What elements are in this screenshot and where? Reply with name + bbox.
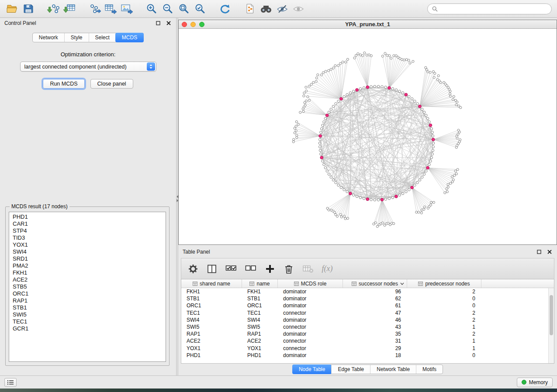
refresh-layout-icon[interactable] [218,2,232,16]
mcds-result-item[interactable]: STP4 [13,227,166,234]
close-panel-button[interactable]: Close panel [90,79,133,89]
zoom-selected-icon[interactable] [193,2,207,16]
mcds-result-item[interactable]: FKH1 [13,269,166,276]
table-row[interactable]: RAP1RAP1dominator352 [181,330,554,337]
mcds-result-item[interactable]: SWI5 [13,311,166,318]
tab-network[interactable]: Network [33,33,64,42]
close-panel-icon[interactable] [546,248,553,255]
mcds-result-item[interactable]: ACE2 [13,276,166,283]
export-table-icon[interactable] [104,2,118,16]
mcds-result-item[interactable]: SRD1 [13,255,166,262]
cell-successor-nodes[interactable]: 31 [343,338,407,344]
table-row[interactable]: STB1STB1dominator620 [181,295,554,302]
cell-successor-nodes[interactable]: 29 [343,345,407,351]
clear-table-icon[interactable] [302,263,314,275]
share-document-icon[interactable] [243,2,257,16]
run-mcds-button[interactable]: Run MCDS [43,79,84,89]
window-close-button[interactable] [182,22,187,27]
cell-shared-name[interactable]: TEC1 [181,310,242,316]
import-table-icon[interactable] [62,2,76,16]
cell-predecessor-nodes[interactable]: 1 [407,338,481,344]
table-scrollbar[interactable] [548,288,554,363]
mcds-result-item[interactable]: STB1 [13,304,166,311]
cell-shared-name[interactable]: ORC1 [181,303,242,309]
table-row[interactable]: ACE2ACE2connector311 [181,337,554,344]
export-network-icon[interactable] [87,2,101,16]
table-row[interactable]: ORC1ORC1dominator610 [181,302,554,309]
tab-select[interactable]: Select [89,33,116,42]
column-header-shared-name[interactable]: shared name [181,279,242,288]
cell-predecessor-nodes[interactable]: 0 [407,352,481,358]
cell-mcds-role[interactable]: dominator [278,289,343,295]
table-row[interactable]: TEC1TEC1connector472 [181,309,554,316]
open-file-icon[interactable] [5,2,19,16]
cell-name[interactable]: TEC1 [242,310,278,316]
zoom-in-icon[interactable] [145,2,159,16]
mcds-result-item[interactable]: PHD1 [13,213,166,220]
memory-button[interactable]: Memory [517,378,553,387]
table-row[interactable]: FKH1FKH1dominator962 [181,288,554,295]
zoom-out-icon[interactable] [161,2,175,16]
unselect-all-rows-icon[interactable] [245,263,257,275]
cell-predecessor-nodes[interactable]: 2 [407,317,481,323]
cell-mcds-role[interactable]: dominator [278,352,343,358]
search-network-icon[interactable] [259,2,273,16]
show-display-icon[interactable] [291,2,305,16]
hide-display-icon[interactable] [275,2,289,16]
cell-mcds-role[interactable]: dominator [278,303,343,309]
cell-successor-nodes[interactable]: 43 [343,324,407,330]
cell-shared-name[interactable]: PHD1 [181,352,242,358]
export-image-icon[interactable] [120,2,134,16]
mcds-result-item[interactable]: YOX1 [13,241,166,248]
mcds-result-item[interactable]: CAR1 [13,220,166,227]
save-icon[interactable] [21,2,35,16]
import-network-icon[interactable] [46,2,60,16]
cell-shared-name[interactable]: SWI4 [181,317,242,323]
cell-mcds-role[interactable]: dominator [278,317,343,323]
mcds-result-item[interactable]: STB5 [13,283,166,290]
cell-mcds-role[interactable]: connector [278,338,343,344]
cell-successor-nodes[interactable]: 61 [343,303,407,309]
float-panel-icon[interactable] [536,248,542,255]
cell-predecessor-nodes[interactable]: 0 [407,296,481,302]
cell-shared-name[interactable]: STB1 [181,296,242,302]
optimization-criterion-select[interactable]: largest connected component (undirected) [20,62,156,72]
cell-name[interactable]: RAP1 [242,331,278,337]
table-row[interactable]: SWI4SWI4dominator462 [181,316,554,323]
mcds-result-item[interactable]: TEC1 [13,318,166,325]
cell-successor-nodes[interactable]: 18 [343,352,407,358]
mcds-result-item[interactable]: PMA2 [13,262,166,269]
cell-shared-name[interactable]: ACE2 [181,338,242,344]
search-input[interactable] [440,5,547,12]
cell-shared-name[interactable]: FKH1 [181,289,242,295]
cell-successor-nodes[interactable]: 46 [343,317,407,323]
select-all-rows-icon[interactable] [225,263,237,275]
tab-edge-table[interactable]: Edge Table [331,365,370,374]
column-header-mcds-role[interactable]: MCDS role [278,279,343,288]
panel-menu-button[interactable] [4,378,17,387]
mcds-result-item[interactable]: TID3 [13,234,166,241]
table-row[interactable]: PHD1PHD1dominator180 [181,352,554,359]
tab-mcds[interactable]: MCDS [115,33,144,42]
cell-shared-name[interactable]: SWI5 [181,324,242,330]
cell-successor-nodes[interactable]: 62 [343,296,407,302]
cell-name[interactable]: STB1 [242,296,278,302]
tab-motifs[interactable]: Motifs [416,365,443,374]
column-settings-icon[interactable] [187,263,199,275]
cell-mcds-role[interactable]: connector [278,310,343,316]
cell-mcds-role[interactable]: dominator [278,331,343,337]
mcds-result-item[interactable]: ORC1 [13,290,166,297]
mcds-result-item[interactable]: GCR1 [13,325,166,332]
table-row[interactable]: YOX1YOX1connector291 [181,345,554,352]
cell-name[interactable]: ORC1 [242,303,278,309]
cell-successor-nodes[interactable]: 35 [343,331,407,337]
cell-successor-nodes[interactable]: 96 [343,289,407,295]
column-header-predecessor-nodes[interactable]: predecessor nodes [407,279,481,288]
tab-style[interactable]: Style [64,33,89,42]
window-minimize-button[interactable] [190,22,196,27]
column-header-name[interactable]: name [242,279,278,288]
mcds-result-item[interactable]: RAP1 [13,297,166,304]
cell-predecessor-nodes[interactable]: 2 [407,331,481,337]
cell-name[interactable]: PHD1 [242,352,278,358]
add-row-icon[interactable] [264,263,276,275]
